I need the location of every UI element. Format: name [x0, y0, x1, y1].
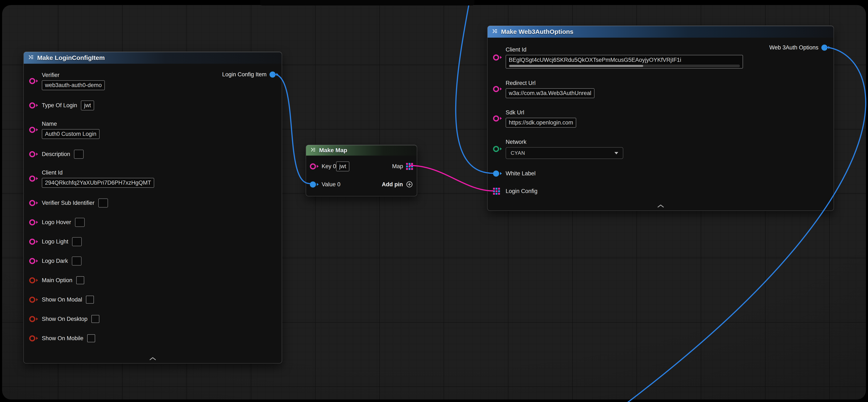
logo-dark-label: Logo Dark — [42, 258, 68, 264]
verifier-sub-identifier-pin[interactable] — [29, 200, 38, 206]
client-id-pin[interactable] — [493, 54, 502, 61]
logo-light-label: Logo Light — [42, 238, 68, 245]
main-option-pin[interactable] — [29, 277, 38, 283]
pin-row-logo-dark: Logo Dark — [29, 251, 276, 270]
description-input[interactable] — [74, 150, 84, 159]
client-id-label: Client Id — [506, 47, 743, 53]
verifier-pin[interactable] — [29, 78, 38, 84]
node-header[interactable]: Make Map — [306, 145, 417, 155]
value-0-label: Value 0 — [321, 181, 341, 188]
overlapping-window-edge — [260, 0, 474, 5]
description-label: Description — [42, 151, 70, 157]
pin-row-show-on-mobile: Show On Mobile — [29, 328, 276, 348]
main-option-checkbox[interactable] — [76, 276, 84, 284]
show-on-mobile-checkbox[interactable] — [87, 334, 95, 342]
pin-row-sdk-url: Sdk Urlhttps://sdk.openlogin.com — [493, 104, 828, 133]
redirect-url-input[interactable]: w3a://com.w3a.Web3AuthUnreal — [506, 88, 594, 98]
sdk-url-label: Sdk Url — [506, 109, 576, 116]
name-pin[interactable] — [29, 127, 38, 133]
pin-row-network: NetworkCYAN — [493, 133, 828, 165]
client-id-input[interactable]: BEglQSgt4cUWcj6SKRdu5QkOXTsePmMcusG5EAoy… — [506, 55, 743, 68]
pin-row-logo-light: Logo Light — [29, 232, 276, 251]
logo-hover-input[interactable] — [75, 218, 85, 227]
make-map-icon — [310, 147, 316, 154]
logo-dark-pin[interactable] — [29, 258, 38, 264]
pin-row-type-of-login: Type Of Loginjwt — [29, 96, 276, 115]
pin-row-logo-hover: Logo Hover — [29, 212, 276, 232]
add-pin-label: Add pin — [382, 181, 403, 188]
logo-dark-input[interactable] — [72, 257, 82, 265]
sdk-url-pin[interactable] — [493, 115, 502, 121]
map-output-pin[interactable] — [406, 163, 413, 170]
client-id-input[interactable]: 294QRkchfq2YaXUbPri7D6PH7xzHgQMT — [42, 178, 154, 188]
logo-hover-pin[interactable] — [29, 219, 38, 225]
node-header[interactable]: Make LoginConfigItem — [24, 52, 282, 64]
horizontal-scrollbar[interactable] — [509, 64, 740, 67]
description-pin[interactable] — [29, 151, 38, 157]
redirect-url-label: Redirect Url — [506, 80, 594, 86]
collapse-node-button[interactable] — [488, 204, 834, 209]
pin-row-show-on-desktop: Show On Desktop — [29, 309, 276, 328]
pin-row-verifier: Verifierweb3auth-auth0-demo — [29, 66, 276, 96]
white-label-pin[interactable] — [493, 171, 502, 177]
node-make-map[interactable]: Make Map Key 0 jwt Map Value 0 — [306, 145, 417, 196]
login-config-label: Login Config — [506, 188, 537, 195]
sdk-url-input[interactable]: https://sdk.openlogin.com — [506, 118, 576, 127]
show-on-mobile-pin[interactable] — [29, 335, 38, 341]
redirect-url-pin[interactable] — [493, 86, 502, 92]
logo-light-pin[interactable] — [29, 239, 38, 245]
value-0-pin[interactable] — [310, 181, 319, 188]
chevron-down-icon — [615, 152, 618, 154]
client-id-label: Client Id — [42, 169, 154, 176]
key-0-input[interactable]: jwt — [336, 162, 349, 171]
pin-row-description: Description — [29, 144, 276, 164]
pin-row-verifier-sub-identifier: Verifier Sub Identifier — [29, 193, 276, 212]
node-make-web3auth-options[interactable]: Make Web3AuthOptions Web 3Auth Options C… — [487, 25, 834, 211]
client-id-pin[interactable] — [29, 176, 38, 182]
make-struct-icon — [492, 28, 498, 36]
network-dropdown[interactable]: CYAN — [506, 147, 623, 159]
pin-row-redirect-url: Redirect Urlw3a://com.w3a.Web3AuthUnreal — [493, 74, 828, 104]
node-title: Make Map — [319, 147, 347, 154]
verifier-label: Verifier — [42, 72, 105, 79]
pin-row-show-on-modal: Show On Modal — [29, 290, 276, 309]
node-make-login-config-item[interactable]: Make LoginConfigItem Login Config Item V… — [23, 52, 282, 364]
collapse-node-button[interactable] — [24, 357, 282, 362]
node-header[interactable]: Make Web3AuthOptions — [488, 26, 834, 38]
name-input[interactable]: Auth0 Custom Login — [42, 129, 100, 139]
main-option-label: Main Option — [42, 277, 72, 284]
map-output-label: Map — [392, 163, 403, 170]
verifier-sub-identifier-input[interactable] — [98, 199, 108, 207]
key-0-pin[interactable] — [310, 163, 319, 169]
show-on-desktop-checkbox[interactable] — [91, 315, 99, 323]
verifier-input[interactable]: web3auth-auth0-demo — [42, 80, 105, 90]
make-struct-icon — [28, 54, 34, 62]
pin-row-client-id: Client Id294QRkchfq2YaXUbPri7D6PH7xzHgQM… — [29, 164, 276, 193]
pin-row-name: NameAuth0 Custom Login — [29, 115, 276, 144]
key-0-label: Key 0 — [321, 163, 336, 170]
show-on-desktop-pin[interactable] — [29, 316, 38, 322]
type-of-login-input[interactable]: jwt — [81, 100, 94, 110]
logo-hover-label: Logo Hover — [42, 219, 71, 226]
name-label: Name — [42, 121, 100, 127]
white-label-label: White Label — [506, 170, 536, 177]
pin-row-white-label: White Label — [493, 165, 828, 182]
verifier-sub-identifier-label: Verifier Sub Identifier — [42, 200, 95, 206]
network-pin[interactable] — [493, 146, 502, 152]
network-label: Network — [506, 139, 623, 145]
show-on-modal-pin[interactable] — [29, 297, 38, 303]
type-of-login-label: Type Of Login — [42, 102, 77, 109]
logo-light-input[interactable] — [72, 237, 82, 246]
add-pin-button[interactable] — [406, 181, 413, 188]
node-title: Make LoginConfigItem — [37, 54, 105, 61]
pin-row-client-id: Client IdBEglQSgt4cUWcj6SKRdu5QkOXTsePmM… — [493, 40, 828, 74]
pin-row-login-config: Login Config — [493, 182, 828, 200]
login-config-pin[interactable] — [493, 188, 502, 195]
node-title: Make Web3AuthOptions — [501, 28, 573, 35]
type-of-login-pin[interactable] — [29, 103, 38, 109]
show-on-desktop-label: Show On Desktop — [42, 316, 88, 322]
show-on-mobile-label: Show On Mobile — [42, 335, 84, 342]
show-on-modal-checkbox[interactable] — [86, 296, 94, 304]
show-on-modal-label: Show On Modal — [42, 296, 82, 303]
pin-row-main-option: Main Option — [29, 270, 276, 290]
